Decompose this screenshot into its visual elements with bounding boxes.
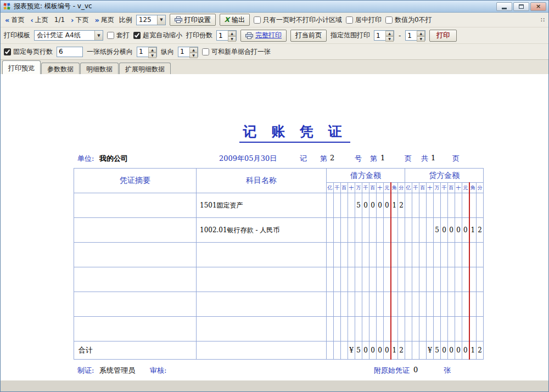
tab-param-data[interactable]: 参数数据 <box>41 63 80 74</box>
last-page-button[interactable]: » 尾页 <box>93 15 115 25</box>
first-page-button[interactable]: « 首页 <box>4 15 25 25</box>
template-dropdown-icon[interactable]: ▼ <box>94 31 103 40</box>
spin-up-icon[interactable]: ▲ <box>385 31 394 36</box>
print-settings-button[interactable]: 打印设置 <box>170 14 216 26</box>
split-horizontal-spinner[interactable]: ▲ ▼ <box>137 47 157 57</box>
scale-dropdown-icon[interactable]: ▼ <box>157 15 165 25</box>
credit-digit-cell: 1 <box>469 341 477 360</box>
credit-digit-header-cell: 万 <box>434 183 441 193</box>
debit-digit-cell <box>341 218 348 243</box>
maximize-button[interactable] <box>513 2 529 11</box>
prev-page-button[interactable]: ‹ 上页 <box>29 15 49 25</box>
fixed-rows-checkbox[interactable]: 固定每页行数 <box>4 47 53 57</box>
debit-digit-cell <box>334 341 341 360</box>
spin-down-icon[interactable]: ▼ <box>228 36 236 42</box>
debit-digit-cell <box>398 267 405 292</box>
minimize-button[interactable] <box>496 2 512 11</box>
full-print-button[interactable]: 完整打印 <box>240 30 287 42</box>
range-from-input[interactable] <box>374 31 385 40</box>
fixed-rows-checkbox-label: 固定每页行数 <box>13 47 53 57</box>
overlay-print-checkbox-label: 套打 <box>116 31 130 40</box>
debit-digit-header-cell: 元 <box>384 183 391 193</box>
print-current-button[interactable]: 打当前页 <box>290 30 327 42</box>
export-button[interactable]: X 输出 <box>220 14 250 26</box>
close-button[interactable]: × <box>530 2 546 11</box>
tab-print-preview[interactable]: 打印预览 <box>2 60 41 74</box>
credit-digit-cell <box>462 193 469 218</box>
credit-digit-cell <box>419 267 427 292</box>
scale-combobox[interactable]: 125 ▼ <box>136 15 166 25</box>
subtotal-checkbox[interactable]: 只有一页时不打印小计区域 <box>254 15 342 25</box>
merge-print-checkbox[interactable]: 可和新单据合打一张 <box>202 47 271 57</box>
maker-value: 系统管理员 <box>99 366 135 376</box>
voucher-footer-line: 制证: 系统管理员 审核: 附原始凭证 0 张 <box>1 366 548 377</box>
credit-digit-cell <box>405 317 412 341</box>
account-cell <box>197 317 327 341</box>
debit-digit-cell <box>355 317 362 341</box>
credit-digit-header-cell: 百 <box>448 183 455 193</box>
rows-per-page-input[interactable] <box>57 47 83 57</box>
spin-down-icon[interactable]: ▼ <box>385 36 394 42</box>
overlay-print-checkbox-input[interactable] <box>107 32 114 39</box>
debit-digit-cell <box>377 267 384 292</box>
credit-digit-cell <box>441 267 448 292</box>
subtotal-checkbox-input[interactable] <box>254 16 261 24</box>
tab-extended-detail-data[interactable]: 扩展明细数据 <box>119 63 171 74</box>
range-to-input[interactable] <box>406 31 417 40</box>
autoshrink-checkbox[interactable]: 超宽自动缩小 <box>133 31 182 40</box>
credit-digit-cell <box>441 243 448 267</box>
spin-down-icon[interactable]: ▼ <box>148 53 156 58</box>
layout-toolbar: 固定每页行数 一张纸拆分横向 ▲ ▼ 纵向 ▲ ▼ 可和新单据合打一张 <box>1 44 548 59</box>
debit-digit-cell <box>377 218 384 243</box>
total-pages-prefix: 共 <box>421 154 428 164</box>
debit-digit-header-cell: 千 <box>334 183 341 193</box>
credit-digit-cell <box>405 218 412 243</box>
credit-digit-cell <box>455 292 462 317</box>
merge-print-checkbox-input[interactable] <box>202 48 209 55</box>
debit-digit-cell <box>348 267 355 292</box>
template-combobox[interactable]: 会计凭证 A4纸 ▼ <box>34 30 103 41</box>
split-horizontal-input[interactable] <box>137 47 148 57</box>
debit-digit-cell <box>348 218 355 243</box>
next-page-button[interactable]: › 下页 <box>70 15 89 25</box>
copies-spinner[interactable]: ▲ ▼ <box>216 30 237 41</box>
split-vertical-input[interactable] <box>178 47 189 57</box>
center-print-checkbox-input[interactable] <box>346 16 353 24</box>
spin-down-icon[interactable]: ▼ <box>417 36 425 42</box>
spin-up-icon[interactable]: ▲ <box>148 47 156 53</box>
range-to-spinner[interactable]: ▲ ▼ <box>405 30 425 41</box>
spin-up-icon[interactable]: ▲ <box>189 47 198 53</box>
debit-digit-cell <box>341 243 348 267</box>
debit-digit-header-cell: 百 <box>341 183 348 193</box>
credit-digit-cell: 2 <box>477 218 484 243</box>
titlebar[interactable]: 报表预览: 模板编号 - v_vc × <box>1 1 548 13</box>
split-vertical-spinner[interactable]: ▲ ▼ <box>178 47 198 57</box>
print-button[interactable]: 打印 <box>429 30 457 42</box>
credit-digit-cell <box>462 267 469 292</box>
credit-digit-header-cell: 角 <box>469 183 477 193</box>
spin-up-icon[interactable]: ▲ <box>417 31 425 36</box>
credit-digit-cell <box>419 292 427 317</box>
autoshrink-checkbox-input[interactable] <box>133 32 141 39</box>
copies-input[interactable] <box>217 31 228 40</box>
zero-blank-checkbox[interactable]: 数值为0不打 <box>385 15 432 25</box>
spin-up-icon[interactable]: ▲ <box>228 31 236 36</box>
maximize-icon <box>519 4 524 9</box>
workspace-strip <box>1 380 548 392</box>
debit-digit-cell <box>348 317 355 341</box>
spin-down-icon[interactable]: ▼ <box>189 53 198 58</box>
credit-digit-cell <box>477 267 484 292</box>
voucher-table: 凭证摘要 科目名称 借方金额 贷方金额 亿千百十万千百十元角分亿千百十万千百十元… <box>74 168 484 360</box>
zero-blank-checkbox-input[interactable] <box>385 16 393 24</box>
tab-detail-data[interactable]: 明细数据 <box>80 63 119 74</box>
debit-digit-cell <box>398 317 405 341</box>
credit-digit-cell: 1 <box>469 218 477 243</box>
debit-digit-cell <box>377 292 384 317</box>
window-title: 报表预览: 模板编号 - v_vc <box>14 2 495 11</box>
range-from-spinner[interactable]: ▲ ▼ <box>374 30 394 41</box>
fixed-rows-checkbox-input[interactable] <box>4 48 11 55</box>
credit-digit-cell: 0 <box>462 218 469 243</box>
credit-digit-cell <box>405 193 412 218</box>
overlay-print-checkbox[interactable]: 套打 <box>107 31 130 40</box>
center-print-checkbox[interactable]: 居中打印 <box>346 15 382 25</box>
